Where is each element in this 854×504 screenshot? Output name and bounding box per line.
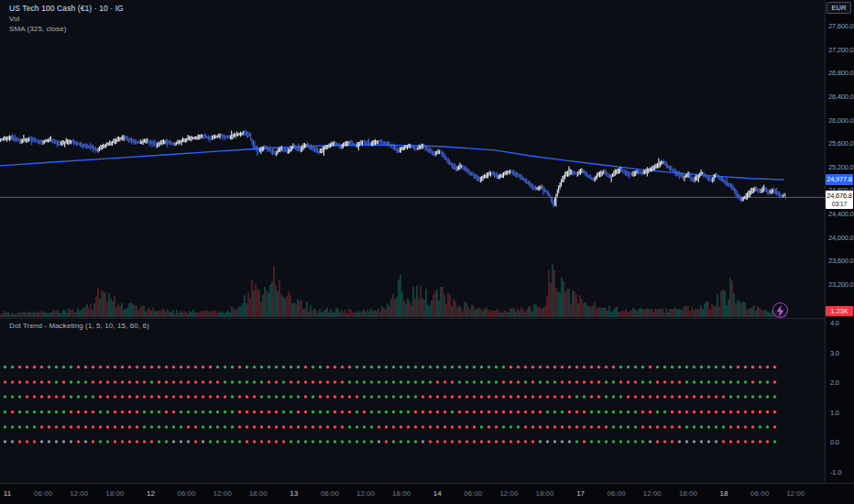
trend-dot <box>612 440 615 443</box>
trend-dot <box>319 425 322 428</box>
trend-dot <box>304 366 307 368</box>
trend-dot <box>429 366 432 368</box>
trend-dot <box>172 395 175 398</box>
trend-dot <box>641 380 644 383</box>
trend-dot <box>524 380 527 383</box>
time-axis-label: 12:00 <box>643 489 662 498</box>
trend-dot <box>729 366 732 368</box>
trend-dot <box>443 411 446 413</box>
trend-dot <box>216 395 219 398</box>
trend-dot <box>202 425 204 428</box>
indicator-legend-row[interactable]: Dot Trend - Macketing (1, 5, 10, 15, 60,… <box>9 322 149 330</box>
trend-dot <box>62 440 65 443</box>
trend-dot <box>363 425 366 428</box>
trend-dot <box>663 366 666 368</box>
trend-dot <box>202 380 204 383</box>
trend-dot <box>172 380 175 383</box>
trend-dot <box>370 425 373 428</box>
trend-dot <box>612 380 615 383</box>
time-axis-label: 17 <box>576 489 585 498</box>
trend-dot <box>597 380 600 383</box>
symbol-title[interactable]: US Tech 100 Cash (€1) · 10 · IG <box>9 4 124 13</box>
trend-dot <box>605 366 608 368</box>
price-axis[interactable]: 27,600.027,200.026,800.026,400.026,000.0… <box>825 0 854 483</box>
trend-dot <box>378 440 380 443</box>
sma-legend-row[interactable]: SMA (325, close) <box>9 25 124 33</box>
quick-trade-button[interactable] <box>772 302 788 318</box>
trend-dot <box>531 425 534 428</box>
trend-dot <box>722 395 725 398</box>
trend-dot <box>187 380 190 383</box>
trend-dot <box>356 380 358 383</box>
time-axis-label: 18:00 <box>392 489 411 498</box>
trend-dot <box>656 425 659 428</box>
trend-dot <box>707 411 710 413</box>
trend-dot <box>561 411 564 413</box>
trend-dot <box>194 366 197 368</box>
trend-dot <box>216 411 219 413</box>
tradingview-chart: US Tech 100 Cash (€1) · 10 · IG Vol SMA … <box>0 0 854 504</box>
trend-dot <box>282 395 285 398</box>
trend-dot <box>143 411 146 413</box>
currency-button[interactable]: EUR <box>827 2 851 14</box>
trend-dot <box>194 440 197 443</box>
trend-dot <box>304 380 307 383</box>
trend-dot <box>737 425 739 428</box>
trend-dot <box>612 366 615 368</box>
indicator-legend: Dot Trend - Macketing (1, 5, 10, 15, 60,… <box>9 322 149 330</box>
trend-dot <box>495 440 498 443</box>
price-axis-label: 23,200.0 <box>828 280 854 289</box>
trend-dot <box>693 395 695 398</box>
trend-dot <box>685 395 688 398</box>
trend-dot <box>11 380 14 383</box>
trend-dot <box>729 380 732 383</box>
trend-dot <box>414 425 417 428</box>
trend-dot <box>605 425 608 428</box>
trend-dot <box>737 440 739 443</box>
time-axis-label: 18 <box>720 489 728 498</box>
time-axis[interactable]: 1106:0012:0018:001206:0012:0018:001306:0… <box>0 483 854 504</box>
trend-dot <box>304 425 307 428</box>
trend-dot <box>209 440 212 443</box>
trend-dot <box>128 425 131 428</box>
volume-legend-row[interactable]: Vol <box>9 15 124 23</box>
trend-dot <box>737 395 739 398</box>
trend-dot <box>480 440 483 443</box>
trend-dot <box>62 411 65 413</box>
trend-dot <box>209 395 212 398</box>
pane-separator[interactable] <box>0 318 825 319</box>
trend-dot <box>165 380 168 383</box>
trend-dot <box>612 425 615 428</box>
trend-dot <box>165 411 168 413</box>
trend-dot <box>55 440 58 443</box>
trend-dot <box>231 425 234 428</box>
trend-dot <box>700 395 703 398</box>
trend-dot <box>121 411 124 413</box>
trend-dot <box>55 380 58 383</box>
trend-dot <box>663 380 666 383</box>
trend-dot <box>766 395 769 398</box>
trend-dot <box>407 380 410 383</box>
trend-dot <box>707 395 710 398</box>
chart-canvas[interactable] <box>0 0 825 483</box>
trend-dot <box>634 366 637 368</box>
trend-dot <box>312 425 314 428</box>
trend-dot <box>238 411 241 413</box>
trend-dot <box>751 411 754 413</box>
trend-dot <box>48 395 50 398</box>
candles-up <box>1 130 784 206</box>
trend-dot <box>312 440 314 443</box>
trend-dot <box>583 380 586 383</box>
trend-dot <box>150 395 153 398</box>
trend-dot <box>150 380 153 383</box>
trend-dot <box>671 411 673 413</box>
trend-dot <box>312 395 314 398</box>
trend-dot <box>62 366 65 368</box>
trend-dot <box>363 366 366 368</box>
trend-dot <box>627 411 630 413</box>
trend-dot <box>429 440 432 443</box>
trend-dot <box>744 425 747 428</box>
trend-dot <box>275 395 278 398</box>
trend-dot <box>216 425 219 428</box>
trend-dot <box>150 425 153 428</box>
